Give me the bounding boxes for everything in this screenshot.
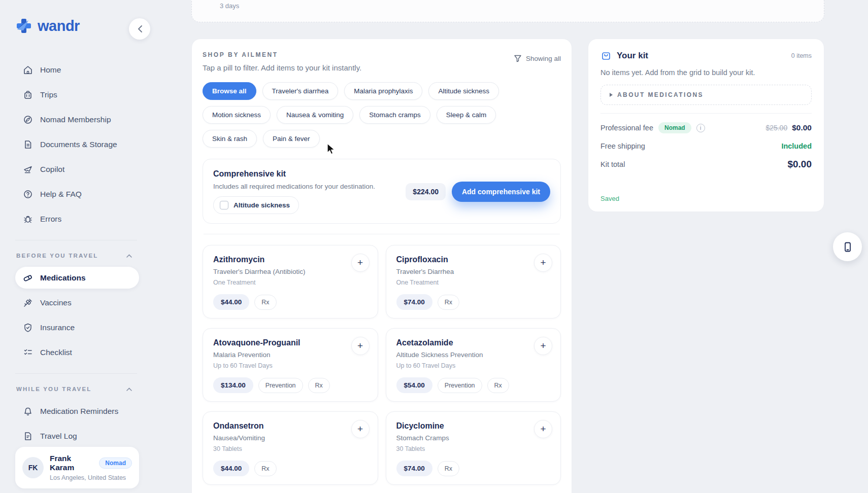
add-to-kit-button[interactable]: + (534, 254, 552, 272)
support-float-button[interactable] (833, 232, 862, 261)
sidebar-item-checklist[interactable]: Checklist (15, 341, 139, 363)
trip-banner[interactable]: Italy - Milan 3 days (191, 0, 824, 22)
kit-empty-message: No items yet. Add from the grid to build… (600, 68, 812, 77)
price-badge: $54.00 (396, 377, 432, 393)
rx-badge: Rx (487, 378, 509, 393)
document-icon (22, 139, 33, 150)
fee-value: $0.00 (792, 123, 812, 132)
medication-grid: Azithromycin Traveler's Diarrhea (Antibi… (203, 245, 561, 493)
checklist-icon (22, 347, 33, 358)
filter-pill-malaria-prophylaxis[interactable]: Malaria prophylaxis (344, 82, 422, 100)
fee-label: Free shipping (600, 142, 645, 150)
sidebar-item-label: Errors (40, 215, 61, 224)
filter-pill-browse-all[interactable]: Browse all (203, 82, 256, 100)
sidebar-item-home[interactable]: Home (15, 59, 139, 81)
filter-pill-pain-fever[interactable]: Pain & fever (263, 130, 320, 148)
sidebar-item-label: Medications (40, 273, 86, 283)
shop-by-ailment-panel: SHOP BY AILMENT Tap a pill to filter. Ad… (191, 39, 572, 493)
filter-pill-motion-sickness[interactable]: Motion sickness (203, 106, 271, 124)
avatar: FK (22, 457, 44, 478)
nomad-discount-badge: Nomad (658, 122, 691, 133)
section-before-you-travel[interactable]: BEFORE YOU TRAVEL (15, 251, 139, 264)
sidebar-item-label: Home (40, 65, 61, 75)
sidebar-item-label: Trips (40, 90, 57, 99)
chevron-up-icon (126, 254, 132, 258)
chevron-left-icon (138, 25, 142, 32)
comprehensive-kit-description: Includes all required medications for yo… (213, 183, 375, 190)
medication-name: Ondansetron (213, 421, 368, 431)
your-kit-panel: Your kit 0 items No items yet. Add from … (588, 39, 824, 212)
price-badge: $74.00 (396, 294, 432, 310)
nomad-membership-badge: Nomad (99, 457, 132, 469)
add-to-kit-button[interactable]: + (351, 420, 370, 438)
ailment-filters: Browse all Traveler's diarrhea Malaria p… (203, 82, 553, 148)
sidebar-item-label: Nomad Membership (40, 115, 111, 124)
filter-funnel-icon (514, 54, 522, 62)
medication-name: Dicyclomine (396, 421, 551, 431)
filter-pill-stomach-cramps[interactable]: Stomach cramps (359, 106, 430, 124)
section-while-you-travel[interactable]: WHILE YOU TRAVEL (15, 384, 139, 397)
medication-quantity: Up to 60 Travel Days (396, 362, 551, 369)
checkbox-icon (220, 201, 228, 209)
rx-badge: Rx (438, 461, 459, 476)
info-icon[interactable]: i (696, 124, 705, 132)
sidebar-item-insurance[interactable]: Insurance (15, 316, 139, 338)
about-medications-expander[interactable]: ABOUT MEDICATIONS (600, 85, 812, 105)
sidebar-collapse-button[interactable] (129, 18, 150, 40)
sidebar-item-trips[interactable]: Trips (15, 84, 139, 105)
filter-pill-nausea-vomiting[interactable]: Nausea & vomiting (277, 106, 353, 124)
medication-card-ondansetron: Ondansetron Nausea/Vomiting 30 Tablets $… (203, 411, 378, 485)
price-badge: $134.00 (213, 377, 253, 393)
fee-label: Professional fee (600, 124, 653, 132)
sidebar-item-label: Vaccines (40, 298, 72, 307)
about-medications-label: ABOUT MEDICATIONS (617, 91, 704, 98)
medication-card-ciprofloxacin: Ciprofloxacin Traveler's Diarrhea One Tr… (386, 245, 561, 319)
sidebar-item-medications[interactable]: Medications (15, 267, 139, 289)
add-to-kit-button[interactable]: + (351, 337, 370, 355)
sidebar-item-documents-storage[interactable]: Documents & Storage (15, 133, 139, 155)
sidebar-item-label: Insurance (40, 323, 75, 332)
rx-badge: Rx (438, 295, 459, 310)
filter-pill-skin-rash[interactable]: Skin & rash (203, 130, 257, 148)
sidebar-item-copilot[interactable]: Copilot (15, 158, 139, 180)
saved-status: Saved (600, 195, 812, 202)
add-to-kit-button[interactable]: + (534, 420, 552, 438)
checkbox-label: Altitude sickness (233, 201, 290, 209)
medication-card-dicyclomine: Dicyclomine Stomach Cramps 30 Tablets $7… (386, 411, 561, 485)
add-to-kit-button[interactable]: + (534, 337, 552, 355)
medication-card-acetazolamide: Acetazolamide Altitude Sickness Preventi… (386, 328, 561, 402)
filter-pill-altitude-sickness[interactable]: Altitude sickness (428, 82, 499, 100)
rx-badge: Rx (254, 295, 276, 310)
altitude-sickness-checkbox[interactable]: Altitude sickness (213, 196, 299, 214)
user-profile-card[interactable]: FK Frank Karam Nomad Los Angeles, United… (15, 447, 139, 488)
medication-name: Ciprofloxacin (396, 255, 551, 264)
pill-icon (22, 272, 33, 283)
showing-all-label: Showing all (526, 55, 561, 62)
sidebar-item-medication-reminders[interactable]: Medication Reminders (15, 400, 139, 422)
medication-purpose: Traveler's Diarrhea (396, 268, 551, 275)
bug-icon (22, 214, 33, 224)
sidebar-item-nomad-membership[interactable]: Nomad Membership (15, 109, 139, 130)
sidebar-item-vaccines[interactable]: Vaccines (15, 292, 139, 313)
sidebar-item-travel-log[interactable]: Travel Log (15, 425, 139, 447)
medication-purpose: Nausea/Vomiting (213, 434, 368, 442)
filter-pill-travelers-diarrhea[interactable]: Traveler's diarrhea (262, 82, 339, 100)
sidebar-item-help-faq[interactable]: Help & FAQ (15, 183, 139, 205)
shield-check-icon (22, 322, 33, 333)
medication-card-azithromycin: Azithromycin Traveler's Diarrhea (Antibi… (203, 245, 378, 319)
sidebar-item-label: Help & FAQ (40, 190, 82, 199)
trip-duration: 3 days (220, 2, 261, 10)
sidebar-item-errors[interactable]: Errors (15, 208, 139, 230)
user-name: Frank Karam (50, 454, 95, 472)
sidebar-item-label: Checklist (40, 348, 72, 357)
medication-name: Acetazolamide (396, 338, 551, 347)
kit-items-count: 0 items (791, 52, 812, 59)
add-comprehensive-kit-button[interactable]: Add comprehensive kit (452, 182, 550, 202)
wandr-logo-icon (15, 17, 32, 34)
medication-name: Atovaquone-Proguanil (213, 338, 368, 347)
filter-pill-sleep-calm[interactable]: Sleep & calm (437, 106, 496, 124)
compass-icon (22, 114, 33, 125)
medication-quantity: Up to 60 Travel Days (213, 362, 368, 369)
phone-icon (842, 241, 854, 253)
add-to-kit-button[interactable]: + (351, 254, 370, 272)
